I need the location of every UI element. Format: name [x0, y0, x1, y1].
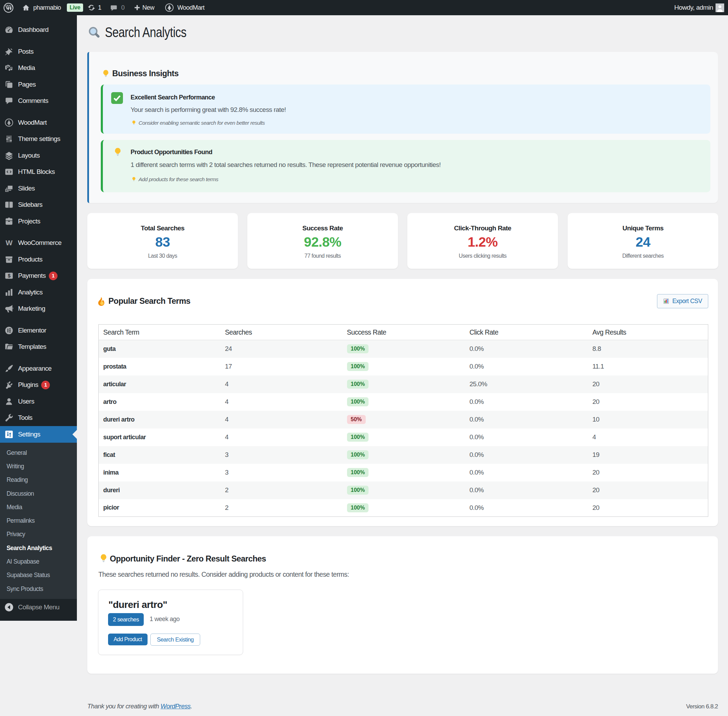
svg-text:W: W	[6, 239, 12, 247]
svg-text:$: $	[8, 273, 11, 279]
